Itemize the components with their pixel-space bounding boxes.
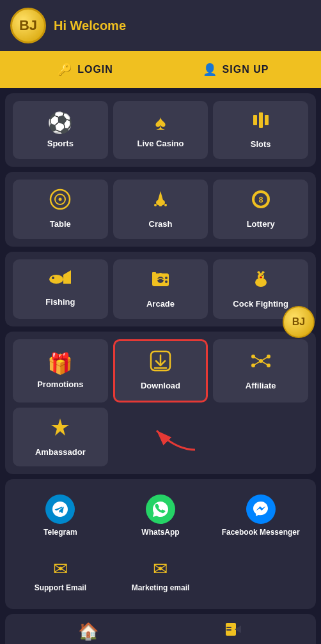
contact-whatsapp[interactable]: WhatsApp	[113, 487, 208, 546]
ambassador-icon	[49, 417, 71, 443]
messenger-icon	[246, 494, 276, 524]
svg-rect-2	[265, 115, 269, 125]
svg-point-27	[260, 276, 262, 278]
lottery-icon: 8	[250, 188, 272, 215]
menu-item-lottery[interactable]: 8 Lottery	[213, 180, 308, 239]
slots-icon	[251, 110, 271, 135]
header: BJ Hi Welcome	[0, 0, 321, 51]
nav-login[interactable]: Login	[160, 620, 306, 644]
auth-bar: 🔑 LOGIN 👤 SIGN UP	[0, 51, 321, 88]
svg-line-36	[261, 356, 269, 361]
svg-point-10	[164, 204, 167, 206]
cock-fighting-icon	[250, 268, 272, 295]
live-casino-icon: ♠	[155, 111, 166, 135]
sports-label: Sports	[47, 139, 74, 150]
svg-rect-44	[226, 629, 231, 631]
signup-icon: 👤	[203, 63, 217, 77]
svg-point-22	[159, 273, 162, 277]
menu-item-arcade[interactable]: Arcade	[113, 259, 208, 319]
crash-icon	[150, 188, 171, 215]
nav-home[interactable]: 🏠 Home	[15, 622, 160, 644]
table-label: Table	[50, 219, 71, 230]
svg-marker-26	[257, 271, 261, 274]
slots-label: Slots	[251, 139, 271, 150]
svg-rect-1	[259, 112, 263, 128]
telegram-icon	[45, 494, 75, 524]
affiliate-icon	[250, 350, 272, 377]
svg-text:8: 8	[258, 195, 263, 204]
table-icon	[49, 188, 71, 215]
nav-login-icon	[224, 620, 242, 643]
live-casino-label: Live Casino	[137, 139, 184, 150]
crash-label: Crash	[149, 219, 173, 230]
logo: BJ	[10, 8, 46, 43]
marketing-email-label: Marketing email	[132, 583, 190, 594]
menu-item-download[interactable]: Download	[113, 339, 208, 402]
ambassador-label: Ambassador	[35, 447, 86, 458]
menu-item-affiliate[interactable]: Affiliate	[213, 339, 308, 402]
support-email-icon: ✉	[53, 558, 68, 579]
svg-point-20	[165, 277, 168, 279]
section-games-3: Fishing Arcade	[5, 252, 316, 326]
signup-button[interactable]: 👤 SIGN UP	[160, 56, 311, 83]
support-email-label: Support Email	[35, 583, 86, 594]
promotions-label: Promotions	[37, 379, 83, 390]
section-games-2: Table Crash 8 Lot	[5, 172, 316, 247]
marketing-email-icon: ✉	[153, 558, 168, 579]
messenger-label: Facebook Messenger	[222, 528, 300, 538]
contact-telegram[interactable]: Telegram	[13, 487, 108, 546]
sports-icon: ⚽	[47, 111, 73, 135]
contact-section: Telegram WhatsApp Facebook Messenger ✉ S…	[5, 479, 316, 608]
contact-messenger[interactable]: Facebook Messenger	[213, 487, 308, 546]
bottom-nav: 🏠 Home Login	[5, 614, 316, 644]
svg-point-14	[49, 275, 63, 284]
menu-item-table[interactable]: Table	[13, 180, 108, 239]
svg-point-21	[165, 280, 168, 283]
menu-item-ambassador[interactable]: Ambassador	[13, 408, 108, 467]
download-icon	[150, 350, 171, 377]
home-icon: 🏠	[78, 622, 98, 641]
section-misc: 🎁 Promotions Download	[5, 332, 316, 475]
svg-rect-8	[159, 203, 162, 206]
menu-item-live-casino[interactable]: ♠ Live Casino	[113, 101, 208, 159]
svg-marker-25	[261, 271, 265, 274]
promotions-icon: 🎁	[47, 351, 73, 376]
cock-fighting-label: Cock Fighting	[233, 299, 288, 310]
welcome-text: Hi Welcome	[54, 19, 126, 33]
login-button[interactable]: 🔑 LOGIN	[10, 56, 160, 83]
arcade-icon	[150, 268, 171, 295]
download-label: Download	[141, 381, 180, 392]
menu-item-promotions[interactable]: 🎁 Promotions	[13, 339, 108, 402]
svg-rect-0	[253, 115, 257, 125]
login-icon: 🔑	[58, 63, 72, 77]
svg-point-9	[154, 204, 157, 206]
arcade-label: Arcade	[146, 299, 175, 310]
svg-marker-15	[63, 270, 71, 284]
svg-point-19	[157, 277, 164, 283]
svg-line-38	[261, 361, 269, 365]
whatsapp-label: WhatsApp	[141, 528, 179, 538]
svg-point-5	[59, 197, 62, 201]
menu-item-slots[interactable]: Slots	[213, 101, 308, 159]
contact-marketing-email[interactable]: ✉ Marketing email	[113, 551, 208, 601]
menu-item-fishing[interactable]: Fishing	[13, 259, 108, 319]
svg-line-35	[253, 356, 261, 361]
affiliate-label: Affiliate	[246, 381, 276, 392]
svg-line-37	[253, 361, 261, 365]
svg-marker-7	[157, 191, 164, 203]
section-games-1: ⚽ Sports ♠ Live Casino Slots	[5, 93, 316, 167]
telegram-label: Telegram	[43, 528, 77, 538]
svg-point-16	[52, 277, 54, 279]
fishing-icon	[49, 270, 71, 293]
red-arrow	[150, 418, 201, 456]
svg-marker-39	[51, 418, 69, 436]
menu-item-crash[interactable]: Crash	[113, 180, 208, 239]
whatsapp-icon	[146, 494, 175, 524]
menu-item-sports[interactable]: ⚽ Sports	[13, 101, 108, 159]
contact-support-email[interactable]: ✉ Support Email	[13, 551, 108, 601]
svg-rect-43	[226, 627, 231, 628]
fishing-label: Fishing	[45, 297, 75, 308]
lottery-label: Lottery	[247, 219, 275, 230]
svg-point-28	[262, 275, 263, 276]
floating-bj-button[interactable]: BJ	[283, 306, 315, 338]
